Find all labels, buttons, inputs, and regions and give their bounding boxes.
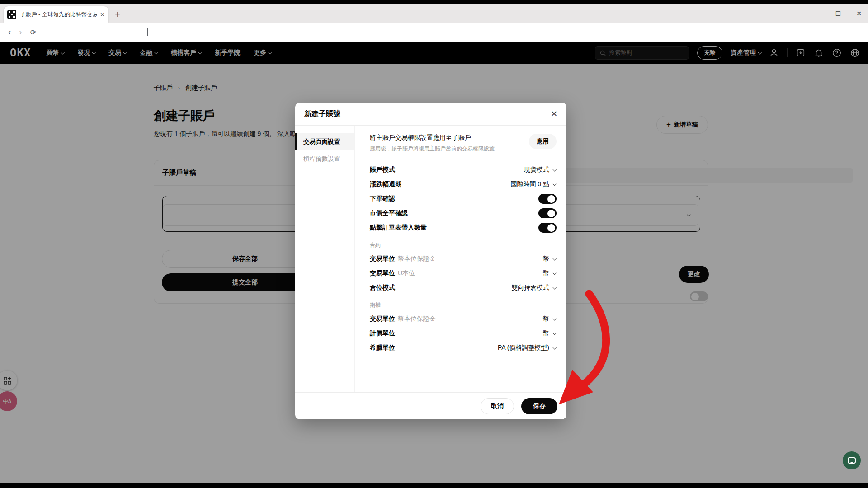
apply-permissions-desc: 應用後，該子賬戶將複用主賬戶當前的交易權限設置 [370, 145, 523, 153]
modal-sidebar: 交易頁面設置 槓桿倍數設置 [295, 126, 355, 392]
close-icon[interactable]: ✕ [551, 109, 557, 119]
chevron-down-icon[interactable] [552, 182, 556, 186]
chevron-down-icon[interactable] [552, 346, 556, 349]
apply-button[interactable]: 應用 [529, 134, 557, 149]
window-maximize-button[interactable]: ☐ [835, 10, 841, 17]
row-orderbook-qty: 點擊訂單表帶入數量 [370, 221, 557, 235]
account-mode-value[interactable]: 現貨模式 [524, 166, 549, 174]
window-minimize-button[interactable]: – [816, 10, 820, 17]
reload-icon[interactable]: ⟳ [30, 28, 36, 37]
browser-toolbar: ‹ › ⟳ okx.com/zh-hant/account/sub-accoun… [0, 23, 868, 42]
chevron-down-icon[interactable] [552, 271, 556, 275]
cancel-button[interactable]: 取消 [481, 398, 514, 414]
row-position-mode: 倉位模式 雙向持倉模式 [370, 281, 557, 295]
row-options-unit-coin: 交易單位 幣本位保證金 幣 [370, 312, 557, 326]
futures-unit-usdt-value[interactable]: 幣 [543, 269, 549, 277]
save-button[interactable]: 保存 [521, 398, 557, 414]
greeks-unit-value[interactable]: PA (價格調整模型) [498, 344, 549, 352]
browser-tab-bar: 子賬戶 - 全球領先的比特幣交易平台 ✕ + – ☐ ✕ [0, 4, 868, 23]
create-sub-account-modal: 新建子賬號 ✕ 交易頁面設置 槓桿倍數設置 將主賬戶交易權限設置應用至子賬戶 應… [295, 103, 566, 419]
change-period-value[interactable]: 國際時間 0 點 [510, 180, 549, 188]
apply-permissions-title: 將主賬戶交易權限設置應用至子賬戶 [370, 134, 523, 142]
order-confirm-toggle-on[interactable] [538, 194, 557, 204]
chat-icon [848, 457, 856, 464]
tab-title: 子賬戶 - 全球領先的比特幣交易平台 [20, 11, 97, 19]
row-futures-unit-usdt: 交易單位 U本位 幣 [370, 266, 557, 281]
tab-close-icon[interactable]: ✕ [100, 11, 105, 18]
support-chat-button[interactable] [843, 451, 861, 469]
row-market-close-confirm: 市價全平確認 [370, 206, 557, 221]
chevron-down-icon[interactable] [552, 331, 556, 335]
options-section-label: 期權 [370, 301, 557, 309]
back-icon[interactable]: ‹ [8, 27, 11, 37]
browser-tab[interactable]: 子賬戶 - 全球領先的比特幣交易平台 ✕ [4, 6, 108, 23]
chevron-down-icon[interactable] [552, 317, 556, 320]
window-close-button[interactable]: ✕ [856, 10, 862, 17]
chevron-down-icon[interactable] [552, 286, 556, 289]
tab-trade-page-settings[interactable]: 交易頁面設置 [295, 133, 354, 150]
row-futures-unit-coin: 交易單位 幣本位保證金 幣 [370, 252, 557, 266]
modal-title: 新建子賬號 [304, 109, 551, 119]
new-tab-button[interactable]: + [115, 9, 120, 19]
bottom-black-bar [0, 483, 868, 488]
chevron-down-icon[interactable] [552, 168, 556, 171]
row-account-mode: 賬戶模式 現貨模式 [370, 163, 557, 177]
futures-unit-coin-value[interactable]: 幣 [543, 255, 549, 263]
options-price-unit-value[interactable]: 幣 [543, 329, 549, 338]
modal-footer: 取消 保存 [295, 392, 566, 419]
futures-section-label: 合約 [370, 241, 557, 249]
row-change-period: 漲跌幅週期 國際時間 0 點 [370, 177, 557, 192]
orderbook-qty-toggle-on[interactable] [538, 223, 557, 233]
bookmark-icon[interactable] [142, 28, 148, 36]
position-mode-value[interactable]: 雙向持倉模式 [511, 284, 549, 292]
options-unit-coin-value[interactable]: 幣 [543, 315, 549, 323]
chevron-down-icon[interactable] [552, 257, 556, 260]
row-options-price-unit: 計價單位 幣 [370, 326, 557, 341]
okx-favicon [7, 10, 16, 19]
screen: 子賬戶 - 全球領先的比特幣交易平台 ✕ + – ☐ ✕ ‹ › ⟳ okx.c… [0, 0, 868, 488]
market-close-confirm-toggle-on[interactable] [538, 208, 557, 218]
tab-leverage-settings[interactable]: 槓桿倍數設置 [295, 150, 354, 168]
forward-icon[interactable]: › [19, 27, 22, 37]
row-greeks-unit: 希臘單位 PA (價格調整模型) [370, 341, 557, 355]
window-top-strip [0, 0, 868, 4]
modal-body: 將主賬戶交易權限設置應用至子賬戶 應用後，該子賬戶將複用主賬戶當前的交易權限設置… [355, 126, 566, 392]
row-order-confirm: 下單確認 [370, 192, 557, 206]
